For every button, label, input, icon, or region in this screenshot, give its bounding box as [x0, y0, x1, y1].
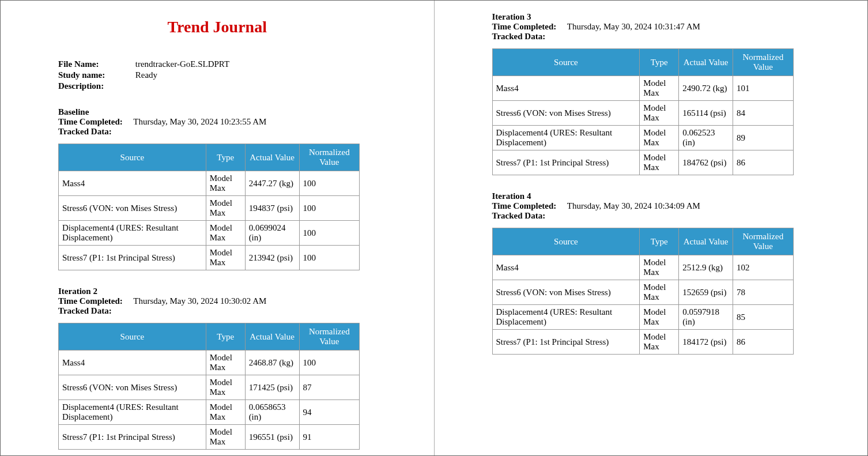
cell-source: Stress6 (VON: von Mises Stress) [59, 375, 206, 400]
time-completed-value: Thursday, May 30, 2024 10:23:55 AM [133, 117, 266, 126]
cell-actual: 171425 (psi) [245, 375, 299, 400]
cell-source: Stress7 (P1: 1st Principal Stress) [492, 150, 640, 175]
time-completed-label: Time Completed: [58, 296, 123, 306]
col-actual: Actual Value [679, 228, 733, 255]
table-row: Displacement4 (URES: Resultant Displacem… [492, 305, 793, 330]
time-completed-value: Thursday, May 30, 2024 10:30:02 AM [133, 296, 266, 306]
table-row: Mass4Model Max2512.9 (kg)102 [492, 255, 793, 280]
cell-source: Stress7 (P1: 1st Principal Stress) [59, 246, 206, 270]
table-row: Displacement4 (URES: Resultant Displacem… [59, 400, 360, 425]
cell-type: Model Max [206, 221, 245, 246]
time-completed-value: Thursday, May 30, 2024 10:31:47 AM [567, 22, 700, 31]
cell-norm: 86 [733, 330, 793, 355]
cell-actual: 2490.72 (kg) [679, 76, 733, 101]
page-right: Iteration 3 Time Completed: Thursday, Ma… [435, 1, 868, 455]
time-completed-label: Time Completed: [492, 22, 557, 31]
cell-actual: 0.0658653 (in) [245, 400, 299, 425]
time-completed-label: Time Completed: [58, 117, 123, 126]
cell-source: Mass4 [59, 351, 206, 375]
table-head: Source Type Actual Value Normalized Valu… [492, 228, 793, 255]
cell-norm: 91 [299, 425, 359, 450]
cell-norm: 87 [299, 375, 359, 400]
page-left: Trend Journal File Name: trendtracker-Go… [1, 1, 435, 455]
cell-norm: 85 [733, 305, 793, 330]
cell-norm: 89 [733, 126, 793, 150]
cell-norm: 100 [299, 246, 359, 270]
table-row: Stress6 (VON: von Mises Stress)Model Max… [59, 196, 360, 221]
cell-norm: 100 [299, 221, 359, 246]
meta-label: Study name: [58, 70, 133, 80]
cell-norm: 100 [299, 351, 359, 375]
cell-type: Model Max [206, 196, 245, 221]
cell-type: Model Max [640, 330, 679, 355]
cell-actual: 194837 (psi) [245, 196, 299, 221]
meta-value: Ready [135, 70, 157, 80]
table-iteration4: Source Type Actual Value Normalized Valu… [492, 228, 794, 355]
col-type: Type [640, 49, 679, 76]
cell-source: Stress6 (VON: von Mises Stress) [492, 101, 640, 126]
cell-actual: 2447.27 (kg) [245, 171, 299, 196]
cell-actual: 184762 (psi) [679, 150, 733, 175]
section-name: Iteration 4 [492, 191, 531, 201]
tracked-data-label: Tracked Data: [58, 127, 112, 136]
table-row: Stress7 (P1: 1st Principal Stress)Model … [492, 330, 793, 355]
meta-label: File Name: [58, 59, 133, 69]
col-type: Type [206, 144, 245, 171]
cell-norm: 101 [733, 76, 793, 101]
col-type: Type [206, 323, 245, 351]
cell-actual: 165114 (psi) [679, 101, 733, 126]
cell-source: Stress6 (VON: von Mises Stress) [59, 196, 206, 221]
table-row: Stress7 (P1: 1st Principal Stress)Model … [59, 425, 360, 450]
cell-source: Mass4 [492, 76, 640, 101]
time-completed-label: Time Completed: [492, 201, 557, 210]
col-source: Source [492, 228, 640, 255]
meta-value: trendtracker-GoE.SLDPRT [135, 59, 229, 69]
cell-norm: 78 [733, 280, 793, 305]
cell-source: Stress7 (P1: 1st Principal Stress) [492, 330, 640, 355]
cell-type: Model Max [206, 425, 245, 450]
table-head: Source Type Actual Value Normalized Valu… [59, 144, 360, 171]
tracked-data-label: Tracked Data: [492, 32, 546, 41]
cell-source: Stress7 (P1: 1st Principal Stress) [59, 425, 206, 450]
table-row: Stress6 (VON: von Mises Stress)Model Max… [492, 280, 793, 305]
cell-actual: 0.0699024 (in) [245, 221, 299, 246]
cell-type: Model Max [640, 280, 679, 305]
section-name: Iteration 3 [492, 12, 531, 21]
table-row: Mass4Model Max2447.27 (kg)100 [59, 171, 360, 196]
section-baseline-header: Baseline Time Completed: Thursday, May 3… [58, 107, 376, 137]
cell-norm: 102 [733, 255, 793, 280]
table-iteration3: Source Type Actual Value Normalized Valu… [492, 48, 794, 175]
table-row: Mass4Model Max2490.72 (kg)101 [492, 76, 793, 101]
col-type: Type [640, 228, 679, 255]
section-iteration4-header: Iteration 4 Time Completed: Thursday, Ma… [492, 191, 810, 221]
cell-source: Displacement4 (URES: Resultant Displacem… [492, 305, 640, 330]
table-row: Stress6 (VON: von Mises Stress)Model Max… [492, 101, 793, 126]
cell-type: Model Max [640, 101, 679, 126]
table-head: Source Type Actual Value Normalized Valu… [59, 323, 360, 351]
cell-norm: 86 [733, 150, 793, 175]
table-row: Displacement4 (URES: Resultant Displacem… [59, 221, 360, 246]
report-title: Trend Journal [58, 18, 376, 36]
meta-file-name: File Name: trendtracker-GoE.SLDPRT [58, 59, 376, 69]
section-name: Iteration 2 [58, 287, 97, 296]
table-row: Stress7 (P1: 1st Principal Stress)Model … [492, 150, 793, 175]
section-iteration2-header: Iteration 2 Time Completed: Thursday, Ma… [58, 287, 376, 316]
cell-type: Model Max [206, 246, 245, 270]
tracked-data-label: Tracked Data: [58, 306, 112, 315]
col-source: Source [59, 144, 206, 171]
cell-actual: 2512.9 (kg) [679, 255, 733, 280]
table-row: Mass4Model Max2468.87 (kg)100 [59, 351, 360, 375]
meta-label: Description: [58, 81, 133, 91]
cell-source: Displacement4 (URES: Resultant Displacem… [492, 126, 640, 150]
meta-study-name: Study name: Ready [58, 70, 376, 80]
col-norm: Normalized Value [733, 228, 793, 255]
cell-actual: 152659 (psi) [679, 280, 733, 305]
cell-type: Model Max [640, 150, 679, 175]
section-name: Baseline [58, 107, 89, 116]
cell-type: Model Max [206, 400, 245, 425]
meta-description: Description: [58, 81, 376, 91]
cell-source: Displacement4 (URES: Resultant Displacem… [59, 221, 206, 246]
table-baseline: Source Type Actual Value Normalized Valu… [58, 144, 360, 270]
section-iteration3-header: Iteration 3 Time Completed: Thursday, Ma… [492, 12, 810, 42]
col-actual: Actual Value [679, 49, 733, 76]
